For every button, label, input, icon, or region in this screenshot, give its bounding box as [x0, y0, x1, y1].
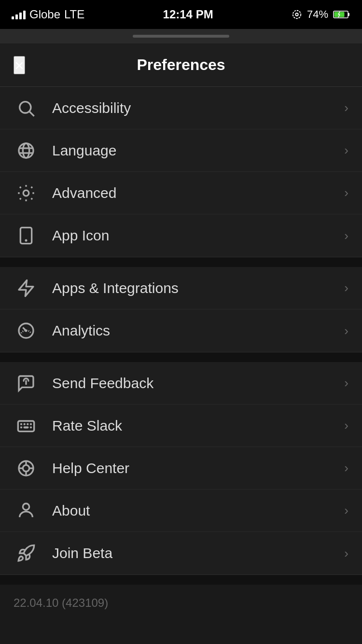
chevron-icon: › [344, 323, 348, 338]
svg-rect-3 [348, 13, 349, 16]
preferences-header: × Preferences [0, 43, 362, 87]
menu-item-join-beta[interactable]: Join Beta › [0, 532, 362, 574]
status-bar: Globe LTE 12:14 PM 74% [0, 0, 362, 29]
join-beta-label: Join Beta [52, 545, 339, 561]
chevron-icon: › [344, 280, 348, 295]
chevron-icon: › [344, 376, 348, 391]
advanced-label: Advanced [52, 185, 339, 201]
menu-item-analytics[interactable]: Analytics › [0, 309, 362, 352]
menu-item-accessibility[interactable]: Accessibility › [0, 87, 362, 129]
menu-group-3: Send Feedback › Rate Slack › Help Center… [0, 362, 362, 575]
close-button[interactable]: × [14, 56, 25, 74]
scroll-hint [0, 29, 362, 43]
svg-point-10 [19, 143, 33, 158]
app-icon-label: App Icon [52, 227, 339, 244]
battery-icon [333, 10, 350, 19]
signal-icon [12, 10, 26, 19]
chevron-icon: › [344, 185, 348, 200]
keyboard-icon [14, 413, 39, 438]
svg-point-30 [23, 465, 29, 471]
chevron-icon: › [344, 100, 348, 115]
svg-point-0 [295, 13, 298, 16]
help-center-label: Help Center [52, 460, 339, 476]
chevron-icon: › [344, 503, 348, 518]
menu-item-advanced[interactable]: Advanced › [0, 172, 362, 214]
menu-group-2: Apps & Integrations › Analytics › [0, 267, 362, 352]
phone-icon [14, 223, 39, 248]
svg-point-8 [20, 101, 31, 112]
menu-item-language[interactable]: Language › [0, 129, 362, 172]
header-title: Preferences [137, 56, 225, 74]
rocket-icon [14, 541, 39, 566]
battery-percent: 74% [307, 8, 328, 21]
location-icon [292, 9, 302, 20]
group-separator-3 [0, 575, 362, 585]
chevron-icon: › [344, 228, 348, 243]
rate-slack-label: Rate Slack [52, 418, 339, 434]
analytics-label: Analytics [52, 322, 339, 339]
menu-group-1: Accessibility › Language › Advanced › Ap… [0, 87, 362, 257]
status-left: Globe LTE [12, 8, 84, 21]
svg-point-1 [293, 11, 301, 19]
bolt-icon [14, 276, 39, 301]
language-label: Language [52, 142, 339, 159]
menu-item-rate-slack[interactable]: Rate Slack › [0, 405, 362, 447]
group-separator-1 [0, 257, 362, 267]
svg-point-14 [23, 190, 29, 196]
about-label: About [52, 503, 339, 519]
carrier-label: Globe [29, 8, 60, 21]
menu-item-send-feedback[interactable]: Send Feedback › [0, 362, 362, 405]
scroll-hint-bar [133, 35, 229, 38]
network-label: LTE [64, 8, 84, 21]
gauge-icon [14, 318, 39, 343]
apps-integrations-label: Apps & Integrations [52, 280, 339, 296]
send-feedback-label: Send Feedback [52, 375, 339, 392]
svg-rect-21 [18, 421, 34, 432]
group-separator-2 [0, 352, 362, 362]
svg-point-11 [23, 143, 29, 158]
svg-line-9 [30, 112, 34, 116]
person-icon [14, 498, 39, 523]
chevron-icon: › [344, 418, 348, 433]
gear-icon [14, 181, 39, 206]
chevron-icon: › [344, 143, 348, 158]
status-time: 12:14 PM [163, 8, 213, 21]
help-icon [14, 456, 39, 481]
chevron-icon: › [344, 461, 348, 476]
search-icon [14, 96, 39, 121]
svg-marker-17 [19, 280, 33, 296]
chevron-icon: › [344, 546, 348, 561]
globe-icon [14, 138, 39, 163]
feedback-icon [14, 371, 39, 396]
menu-item-apps-integrations[interactable]: Apps & Integrations › [0, 267, 362, 309]
menu-item-about[interactable]: About › [0, 490, 362, 532]
version-text: 22.04.10 (423109) [0, 585, 362, 621]
status-right: 74% [292, 8, 350, 21]
menu-item-help-center[interactable]: Help Center › [0, 447, 362, 490]
menu-item-app-icon[interactable]: App Icon › [0, 214, 362, 257]
svg-point-35 [23, 504, 29, 510]
accessibility-label: Accessibility [52, 100, 339, 116]
